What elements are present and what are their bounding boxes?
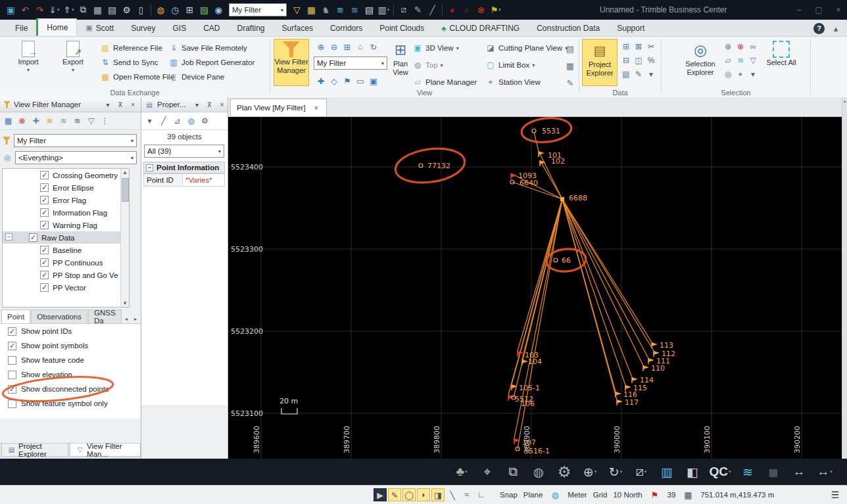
layers-cyan-icon[interactable]: ≋ xyxy=(333,3,347,17)
import-file-icon[interactable]: ⇓▾ xyxy=(47,3,61,17)
select-all-button[interactable]: Select All xyxy=(763,39,800,86)
snap-angle-icon[interactable]: ∟ xyxy=(475,488,488,501)
project-icon[interactable]: ▣ xyxy=(4,3,18,17)
tab-point[interactable]: Point xyxy=(1,309,30,323)
qc-button[interactable]: QC▾ xyxy=(710,463,730,480)
view-window-icon[interactable]: ▭ xyxy=(354,75,366,87)
percent-icon[interactable]: % xyxy=(645,55,657,66)
focus-frame-icon[interactable]: ⌖ xyxy=(479,463,495,480)
snap-arc-icon[interactable]: ◗ xyxy=(417,488,430,501)
filter-grid-icon[interactable]: ▦ xyxy=(2,115,14,127)
status-zone[interactable]: 10 North xyxy=(613,491,642,499)
tab-observations[interactable]: Observations xyxy=(31,309,87,323)
checkbox[interactable]: ✓ xyxy=(8,385,16,394)
checkbox[interactable]: ✓ xyxy=(8,327,16,336)
status-plane[interactable]: Plane xyxy=(523,491,543,499)
merge-pane-icon[interactable]: ⊟ xyxy=(620,55,632,66)
checkbox[interactable]: ✓ xyxy=(8,342,16,350)
scroll-up-icon[interactable]: ▲ xyxy=(122,170,128,175)
tab-surfaces[interactable]: Surfaces xyxy=(274,20,322,36)
zoom-previous-icon[interactable]: ↻ xyxy=(368,41,379,53)
checkbox[interactable]: ✓ xyxy=(40,258,49,267)
collapse-ribbon-icon[interactable]: ▴ xyxy=(831,22,840,35)
layers-show-all-icon[interactable]: ≋ xyxy=(43,115,56,127)
select-pointer-icon[interactable]: ▾ xyxy=(143,115,156,127)
checkbox[interactable]: ✓ xyxy=(40,196,49,204)
render-material-icon[interactable]: ◍ xyxy=(531,463,546,480)
tab-scroll-right-icon[interactable]: ▸ xyxy=(132,314,140,323)
view-filter-icon[interactable]: ▽ xyxy=(290,3,304,17)
collapse-icon[interactable]: − xyxy=(146,164,153,172)
status-grid-icon[interactable]: ▦ xyxy=(681,488,694,501)
tree-item-crossing-geometry[interactable]: ✓Crossing Geometry xyxy=(3,169,129,181)
measure-icon[interactable]: ╱ xyxy=(425,3,439,17)
pan-anchor-icon[interactable]: ✚ xyxy=(30,115,42,127)
polygon-select-icon[interactable]: ▱ xyxy=(722,55,734,66)
checkbox[interactable] xyxy=(8,371,16,379)
snap-circle-icon[interactable]: ◯ xyxy=(402,488,416,501)
tree-item-baseline[interactable]: ✓Baseline xyxy=(3,244,129,256)
point-information-section[interactable]: − Point Information xyxy=(143,162,225,173)
close-icon[interactable]: × xyxy=(128,100,137,109)
document-icon[interactable]: ▤ xyxy=(362,3,376,17)
titlebar-filter-combo[interactable]: My Filter ▾ xyxy=(229,3,287,16)
export-file-icon[interactable]: ⇑▾ xyxy=(62,3,76,17)
view-table-icon[interactable]: ▦ xyxy=(564,59,577,72)
checkbox[interactable] xyxy=(8,356,16,365)
view-note-icon[interactable]: ✎ xyxy=(564,76,577,89)
cube-icon[interactable]: ◼ xyxy=(765,463,781,480)
measure-tool-icon[interactable]: ⧄▾ xyxy=(633,463,649,480)
tree-item-information-flag[interactable]: ✓Information Flag xyxy=(3,206,129,219)
angle-tool-icon[interactable]: ⊿ xyxy=(171,115,183,127)
view-filter-manager-button[interactable]: View Filter Manager xyxy=(274,39,309,86)
tree-item-pp-continuous[interactable]: ✓PP Continuous xyxy=(3,256,129,269)
print-preview-icon[interactable]: ▥▾ xyxy=(377,3,391,17)
tree-item-error-flag[interactable]: ✓Error Flag xyxy=(3,194,129,206)
checkbox[interactable]: ✓ xyxy=(40,283,49,292)
tab-point-clouds[interactable]: Point Clouds xyxy=(371,20,433,36)
send-to-sync-button[interactable]: ⇅Send to Sync xyxy=(100,57,168,68)
tab-drafting[interactable]: Drafting xyxy=(229,20,274,36)
dynamic-view-icon[interactable]: ⚑ xyxy=(341,75,353,87)
open-remote-file-button[interactable]: ▦Open Remote File xyxy=(100,71,168,83)
option-show-point-ids[interactable]: ✓Show point IDs xyxy=(0,324,140,338)
select-tool-icon[interactable]: ♞ xyxy=(319,3,333,17)
option-show-feature-symbol-only[interactable]: Show feature symbol only xyxy=(0,396,140,411)
dock-tab-project-explorer[interactable]: ▤Project Explorer xyxy=(1,444,68,457)
selection-explorer-button[interactable]: ◎ Selection Explorer xyxy=(681,39,719,86)
checkbox[interactable]: ✓ xyxy=(40,246,49,254)
fit-width-icon[interactable]: ↔ xyxy=(791,463,807,480)
objects-filter-combo[interactable]: All (39) ▾ xyxy=(144,145,224,158)
target-select-icon[interactable]: ⌖ xyxy=(735,68,746,80)
export-button[interactable]: ↗ Export ▾ xyxy=(55,39,91,86)
top-view-button[interactable]: ◍Top▾ xyxy=(412,59,443,71)
cut-plane-icon[interactable]: ⧄ xyxy=(397,3,410,17)
globe-small-icon[interactable]: ◍ xyxy=(185,115,197,127)
checkbox[interactable]: ✓ xyxy=(40,183,49,192)
tab-corridors[interactable]: Corridors xyxy=(322,20,371,36)
checkbox[interactable]: ✓ xyxy=(40,171,49,179)
pin-icon[interactable]: ⊼ xyxy=(116,100,125,109)
filter-select-icon[interactable]: ▽ xyxy=(747,55,759,66)
import-button[interactable]: → Import ▾ xyxy=(11,39,46,86)
project-explorer-button[interactable]: ▤ Project Explorer xyxy=(582,39,617,86)
dock-tab-view-filter-manager[interactable]: ▽View Filter Man... xyxy=(70,444,141,457)
field-value[interactable]: *Varies* xyxy=(183,173,225,187)
zoom-out-icon[interactable]: ⊖ xyxy=(328,41,340,53)
clear-filter-icon[interactable]: ⊗ xyxy=(16,115,28,127)
close-pane-icon[interactable]: ⊠ xyxy=(633,41,644,53)
tree-scrollbar[interactable]: ▲▼ xyxy=(120,169,129,307)
tab-support[interactable]: Support xyxy=(608,20,653,36)
job-report-generator-button[interactable]: ▥Job Report Generator xyxy=(168,57,268,68)
copy-icon[interactable]: ⧉ xyxy=(76,3,90,17)
zoom-in-icon[interactable]: ⊕ xyxy=(315,41,327,53)
checkbox[interactable]: ✓ xyxy=(29,233,37,242)
save-icon[interactable]: ▦ xyxy=(91,3,105,17)
pane-list-icon[interactable]: ▤ xyxy=(620,68,632,80)
gear-icon[interactable]: ⚙ xyxy=(120,3,133,17)
line-tool-icon[interactable]: ╱ xyxy=(157,115,170,127)
lasso-select-icon[interactable]: ∞ xyxy=(747,41,759,53)
tab-home[interactable]: Home xyxy=(36,18,77,36)
clock-icon[interactable]: ◷ xyxy=(168,3,182,17)
point-display-icon[interactable]: ⊕▾ xyxy=(582,463,598,480)
